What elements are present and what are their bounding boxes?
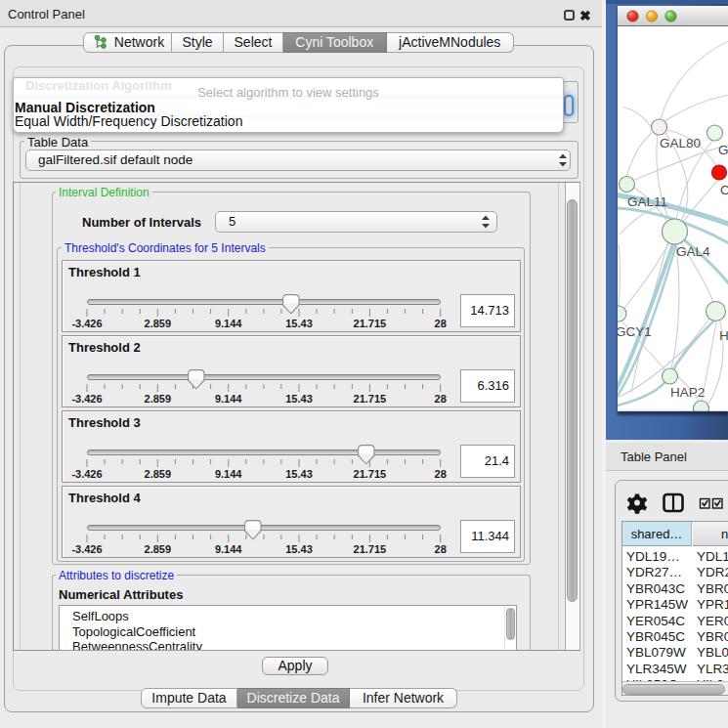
svg-text:GAL80: GAL80 [660,136,701,150]
svg-text:GCY1: GCY1 [618,324,652,339]
svg-text:C: C [720,183,728,197]
svg-text:GAL11: GAL11 [627,194,667,209]
svg-text:H: H [719,328,728,343]
svg-text:HAP2: HAP2 [670,385,705,400]
svg-text:GA: GA [718,143,728,157]
svg-text:GAL4: GAL4 [676,244,710,259]
